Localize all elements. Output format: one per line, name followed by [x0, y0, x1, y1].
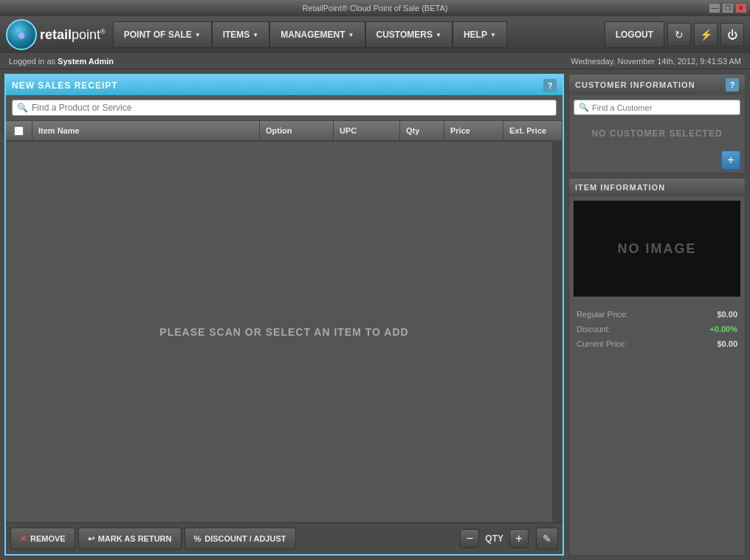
receipt-help-button[interactable]: ?	[543, 79, 557, 92]
item-image-area: NO IMAGE	[574, 201, 740, 297]
remove-icon: ✕	[20, 534, 27, 544]
nav-pos-label: POINT OF SALE	[124, 30, 192, 40]
close-button[interactable]: ✕	[735, 3, 747, 13]
nav-management-label: MANAGEMENT	[281, 30, 345, 40]
discount-row: Discount: +0.00%	[577, 322, 737, 336]
regular-price-row: Regular Price: $0.00	[577, 307, 737, 322]
header-checkbox-cell	[6, 121, 32, 140]
nav-management[interactable]: MANAGEMENT ▼	[269, 21, 365, 48]
item-info-panel: ITEM INFORMATION NO IMAGE Regular Price:…	[568, 178, 746, 556]
return-icon: ↩	[88, 534, 94, 544]
edit-button[interactable]: ✎	[536, 528, 558, 550]
discount-value: +0.00%	[709, 325, 737, 333]
nav-help-label: HELP	[464, 30, 487, 40]
management-arrow-icon: ▼	[348, 32, 354, 38]
current-price-row: Current Price: $0.00	[577, 336, 737, 351]
logo-trademark: ®	[100, 28, 106, 35]
customer-search-area: 🔍	[569, 95, 745, 120]
table-scrollbar[interactable]	[552, 142, 562, 522]
refresh-button[interactable]: ↻	[667, 23, 691, 46]
customer-header: CUSTOMER INFORMATION ?	[569, 75, 745, 95]
product-search-icon: 🔍	[17, 103, 28, 113]
datetime-text: Wednesday, November 14th, 2012, 9:41:53 …	[571, 57, 741, 66]
nav-items-label: ITEMS	[223, 30, 250, 40]
mark-as-return-button[interactable]: ↩ MARK AS RETURN	[78, 528, 182, 550]
qty-label: QTY	[481, 533, 508, 544]
nav-customers-label: CUSTOMERS	[376, 30, 433, 40]
navbar: ● retailpoint® POINT OF SALE ▼ ITEMS ▼ M…	[0, 16, 750, 53]
username: System Admin	[58, 57, 114, 66]
table-header: Item Name Option UPC Qty Price Ext. Pric…	[6, 121, 562, 142]
item-info-title: ITEM INFORMATION	[575, 183, 665, 192]
item-details: Regular Price: $0.00 Discount: +0.00% Cu…	[569, 301, 745, 357]
action-bar: ✕ REMOVE ↩ MARK AS RETURN % DISCOUNT / A…	[6, 522, 562, 554]
empty-table-message: PLEASE SCAN OR SELECT AN ITEM TO ADD	[159, 326, 408, 338]
return-label: MARK AS RETURN	[98, 534, 172, 543]
main-layout: NEW SALES RECEIPT ? 🔍 Item Name Option U…	[0, 69, 750, 560]
panel-title: NEW SALES RECEIPT	[12, 80, 118, 91]
col-ext-price: Ext. Price	[503, 121, 562, 140]
nav-help[interactable]: HELP ▼	[453, 21, 507, 48]
restore-button[interactable]: ❐	[722, 3, 734, 13]
logo-text: retailpoint®	[40, 27, 106, 43]
current-price-label: Current Price:	[577, 339, 627, 348]
customer-title: CUSTOMER INFORMATION	[575, 80, 695, 89]
items-table: Item Name Option UPC Qty Price Ext. Pric…	[6, 121, 562, 522]
items-arrow-icon: ▼	[252, 32, 258, 38]
customer-search-input[interactable]	[592, 103, 735, 112]
no-customer-text: NO CUSTOMER SELECTED	[569, 120, 745, 148]
lightning-button[interactable]: ⚡	[694, 23, 718, 46]
logo-icon: ●	[6, 19, 37, 50]
titlebar-controls: — ❐ ✕	[709, 3, 747, 13]
qty-area: − QTY +	[460, 529, 529, 548]
panel-header: NEW SALES RECEIPT ?	[6, 76, 562, 95]
regular-price-label: Regular Price:	[577, 310, 628, 319]
customer-search-icon: 🔍	[579, 103, 589, 112]
regular-price-value: $0.00	[717, 310, 737, 319]
nav-point-of-sale[interactable]: POINT OF SALE ▼	[113, 21, 212, 48]
discount-adjust-button[interactable]: % DISCOUNT / ADJUST	[185, 528, 296, 550]
col-upc: UPC	[334, 121, 400, 140]
no-image-text: NO IMAGE	[617, 241, 696, 257]
logout-button[interactable]: LOGOUT	[605, 21, 664, 48]
col-qty: Qty	[400, 121, 444, 140]
statusbar: Logged in as System Admin Wednesday, Nov…	[0, 53, 750, 69]
customer-help-button[interactable]: ?	[726, 78, 739, 91]
col-price: Price	[444, 121, 503, 140]
table-body: PLEASE SCAN OR SELECT AN ITEM TO ADD	[6, 142, 562, 522]
sales-receipt-panel: NEW SALES RECEIPT ? 🔍 Item Name Option U…	[4, 74, 564, 556]
nav-items[interactable]: ITEMS ▼	[212, 21, 270, 48]
add-customer-button[interactable]: +	[721, 151, 740, 170]
titlebar: RetailPoint® Cloud Point of Sale (BETA) …	[0, 0, 750, 16]
customer-panel: CUSTOMER INFORMATION ? 🔍 NO CUSTOMER SEL…	[568, 74, 746, 173]
discount-label: DISCOUNT / ADJUST	[204, 534, 286, 543]
right-panel: CUSTOMER INFORMATION ? 🔍 NO CUSTOMER SEL…	[568, 74, 746, 556]
product-search-input[interactable]	[32, 103, 551, 113]
minimize-button[interactable]: —	[709, 3, 720, 13]
customer-search-wrap: 🔍	[574, 100, 740, 115]
current-price-value: $0.00	[717, 339, 737, 348]
logged-in-text: Logged in as System Admin	[9, 57, 114, 66]
discount-icon: %	[194, 534, 202, 543]
discount-label: Discount:	[577, 325, 610, 333]
nav-customers[interactable]: CUSTOMERS ▼	[365, 21, 453, 48]
col-item-name: Item Name	[32, 121, 260, 140]
remove-button[interactable]: ✕ REMOVE	[10, 528, 75, 550]
select-all-checkbox[interactable]	[14, 126, 24, 136]
titlebar-title: RetailPoint® Cloud Point of Sale (BETA)	[303, 4, 448, 13]
product-search-wrap: 🔍	[12, 100, 557, 116]
qty-decrease-button[interactable]: −	[460, 529, 479, 548]
power-button[interactable]: ⏻	[720, 23, 744, 46]
nav-right: LOGOUT ↻ ⚡ ⏻	[605, 21, 744, 48]
pos-arrow-icon: ▼	[195, 32, 201, 38]
product-search-bar: 🔍	[6, 95, 562, 121]
logo-area: ● retailpoint®	[6, 19, 106, 50]
add-customer-row: +	[569, 148, 745, 173]
help-arrow-icon: ▼	[490, 32, 496, 38]
customers-arrow-icon: ▼	[436, 32, 441, 38]
col-option: Option	[260, 121, 334, 140]
item-info-header: ITEM INFORMATION	[569, 179, 745, 196]
remove-label: REMOVE	[30, 534, 66, 543]
qty-increase-button[interactable]: +	[509, 529, 529, 548]
